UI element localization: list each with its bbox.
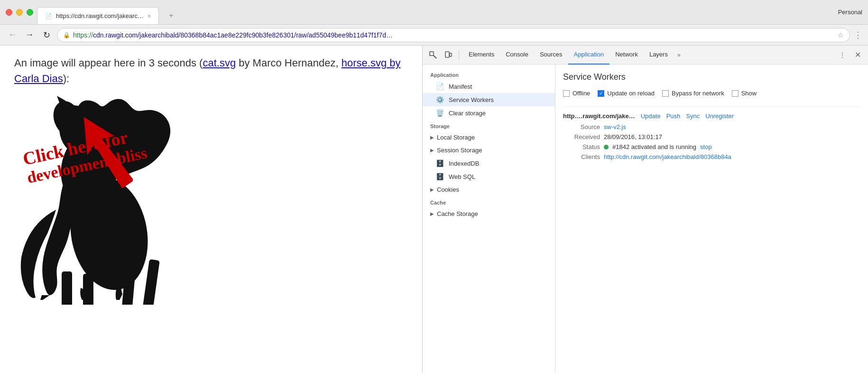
offline-checkbox[interactable] [563, 90, 570, 97]
cache-section-label: Cache [423, 196, 555, 207]
browser-menu-icon[interactable]: ⋮ [854, 30, 862, 40]
update-on-reload-checkbox[interactable]: ✓ [598, 90, 604, 97]
panel-title: Service Workers [563, 72, 860, 82]
url-bar[interactable]: 🔒 https://cdn.rawgit.com/jakearchibald/8… [57, 28, 850, 42]
minimize-button[interactable] [16, 9, 23, 16]
cache-storage-label: Cache Storage [437, 210, 478, 217]
tab-sources[interactable]: Sources [534, 46, 568, 65]
svg-rect-14 [450, 53, 452, 56]
devtools-main-panel: Service Workers Offline ✓ Update on relo… [555, 65, 868, 373]
page-text-by1: by Marco Hernandez [236, 57, 335, 69]
sidebar-item-service-workers-label: Service Workers [449, 96, 494, 103]
indexeddb-label: IndexedDB [449, 160, 479, 167]
sw-stop-link[interactable]: stop [700, 143, 712, 150]
update-on-reload-option[interactable]: ✓ Update on reload [598, 90, 655, 97]
local-storage-label: Local Storage [437, 134, 475, 141]
show-label: Show [741, 90, 757, 97]
sidebar-session-storage[interactable]: ▶ Session Storage [423, 144, 555, 157]
tab-console[interactable]: Console [500, 46, 534, 65]
sw-entry: http….rawgit.com/jake… Update Push Sync … [563, 106, 860, 160]
sidebar-cookies[interactable]: ▶ Cookies [423, 183, 555, 196]
sidebar-item-websql[interactable]: 🗄️ Web SQL [423, 170, 555, 183]
sidebar-item-indexeddb[interactable]: 🗄️ IndexedDB [423, 157, 555, 170]
tab-application[interactable]: Application [568, 46, 610, 65]
sw-source-row: Source sw-v2.js [563, 123, 860, 131]
browser-tab[interactable]: 📄 https://cdn.rawgit.com/jakearc… × [37, 7, 159, 24]
svg-rect-4 [62, 271, 72, 305]
sidebar-cache-storage[interactable]: ▶ Cache Storage [423, 207, 555, 220]
inspect-element-button[interactable] [426, 48, 440, 62]
devtools-close-button[interactable]: ✕ [851, 48, 864, 62]
url-domain: cdn.rawgit.com/jakearchibald/80368b84ac1… [93, 31, 393, 39]
tab-network[interactable]: Network [609, 46, 644, 65]
page-content: An image will appear here in 3 seconds (… [0, 46, 422, 373]
svg-rect-7 [143, 259, 160, 305]
tab-url: https://cdn.rawgit.com/jakearc… [56, 12, 144, 19]
title-bar: 📄 https://cdn.rawgit.com/jakearc… × + Pe… [0, 0, 868, 25]
offline-option[interactable]: Offline [563, 90, 590, 97]
sw-url-row: http….rawgit.com/jake… Update Push Sync … [563, 112, 860, 120]
sw-status-row: Status #1842 activated and is running st… [563, 143, 860, 150]
devtools-body: Application 📄 Manifest ⚙️ Service Worker… [423, 65, 868, 373]
sw-url: http….rawgit.com/jake… [563, 112, 635, 120]
sw-clients-row: Clients http://cdn.rawgit.com/jakearchib… [563, 153, 860, 160]
tab-close-button[interactable]: × [148, 13, 151, 19]
offline-label: Offline [573, 90, 590, 97]
bypass-network-checkbox[interactable] [662, 90, 669, 97]
bypass-network-option[interactable]: Bypass for network [662, 90, 724, 97]
tab-bar: 📄 https://cdn.rawgit.com/jakearc… × + [37, 0, 834, 24]
toolbar-separator [459, 50, 459, 60]
show-checkbox[interactable] [732, 90, 739, 97]
horse-image [14, 91, 408, 307]
storage-section-label: Storage [423, 120, 555, 131]
devtools-tabs: Elements Console Sources Application Net… [463, 46, 834, 65]
sidebar-local-storage[interactable]: ▶ Local Storage [423, 131, 555, 144]
maximize-button[interactable] [27, 9, 33, 16]
expand-cookies-icon: ▶ [430, 187, 434, 192]
tab-elements[interactable]: Elements [463, 46, 500, 65]
sw-received-row: Received 28/09/2016, 13:01:17 [563, 133, 860, 140]
svg-rect-5 [83, 274, 93, 305]
clear-storage-icon: 🗑️ [436, 109, 444, 117]
url-https: https:// [73, 31, 93, 39]
address-bar: ← → ↻ 🔒 https://cdn.rawgit.com/jakearchi… [0, 25, 868, 46]
main-content: An image will appear here in 3 seconds (… [0, 46, 868, 373]
application-section-label: Application [423, 68, 555, 80]
back-button[interactable]: ← [6, 28, 19, 42]
sidebar-item-manifest-label: Manifest [449, 83, 472, 90]
more-tabs-button[interactable]: » [674, 52, 684, 58]
update-on-reload-label: Update on reload [607, 90, 655, 97]
sw-source-link[interactable]: sw-v2.js [604, 123, 626, 131]
sidebar-item-clear-storage[interactable]: 🗑️ Clear storage [423, 106, 555, 120]
lock-icon: 🔒 [63, 32, 70, 38]
devtools-panel: Elements Console Sources Application Net… [422, 46, 868, 373]
sw-unregister-link[interactable]: Unregister [705, 112, 734, 120]
expand-local-storage-icon: ▶ [430, 135, 434, 140]
devtools-sidebar: Application 📄 Manifest ⚙️ Service Worker… [423, 65, 555, 373]
new-tab-button[interactable]: + [159, 7, 184, 24]
profile-label: Personal [838, 9, 862, 16]
sw-push-link[interactable]: Push [666, 112, 681, 120]
sw-update-link[interactable]: Update [641, 112, 661, 120]
sw-clients-label: Clients [567, 153, 600, 160]
forward-button[interactable]: → [23, 28, 36, 42]
bookmark-icon[interactable]: ☆ [838, 31, 844, 39]
tab-layers[interactable]: Layers [644, 46, 674, 65]
reload-button[interactable]: ↻ [40, 28, 53, 42]
manifest-icon: 📄 [436, 83, 444, 90]
tab-icon: 📄 [45, 13, 52, 19]
device-toolbar-button[interactable] [442, 48, 455, 62]
svg-rect-13 [445, 52, 449, 57]
sw-sync-link[interactable]: Sync [686, 112, 700, 120]
sidebar-item-manifest[interactable]: 📄 Manifest [423, 80, 555, 93]
cat-svg-link[interactable]: cat.svg [203, 57, 236, 69]
show-option[interactable]: Show [732, 90, 757, 97]
svg-line-12 [434, 56, 436, 58]
devtools-toolbar: Elements Console Sources Application Net… [423, 46, 868, 65]
sw-status-dot [604, 145, 609, 149]
close-button[interactable] [6, 9, 12, 16]
devtools-settings-button[interactable]: ⋮ [836, 48, 849, 62]
sidebar-item-service-workers[interactable]: ⚙️ Service Workers [423, 93, 555, 106]
page-text-end: ): [63, 73, 69, 84]
sw-source-label: Source [567, 123, 600, 131]
